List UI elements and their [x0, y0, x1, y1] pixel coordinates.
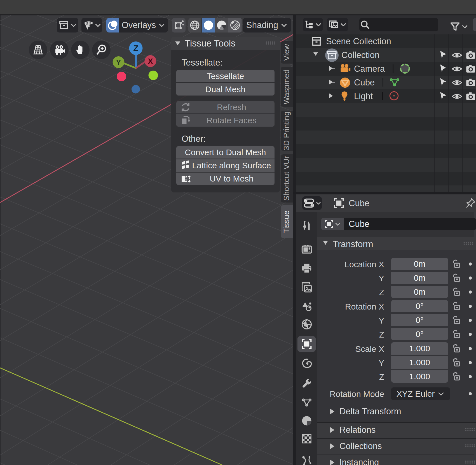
svg-text:Z: Z: [133, 43, 138, 53]
svg-text:Y: Y: [116, 58, 121, 67]
svg-text:X: X: [148, 57, 153, 66]
